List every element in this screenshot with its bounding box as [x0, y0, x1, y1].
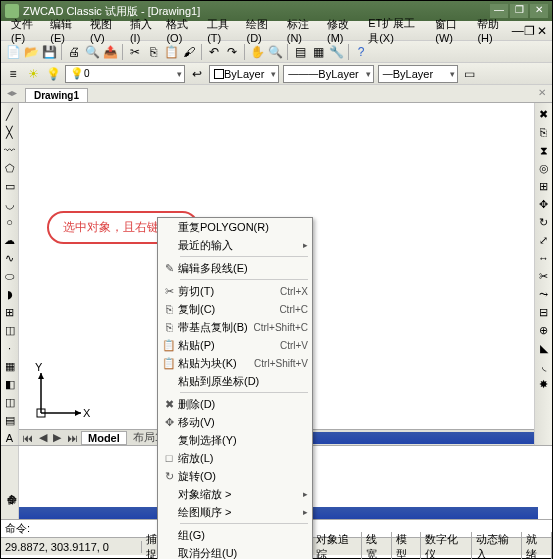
ctx-item-13[interactable]: ✥移动(V): [158, 413, 312, 431]
explode-icon[interactable]: ✸: [537, 377, 551, 391]
ctx-item-15[interactable]: □缩放(L): [158, 449, 312, 467]
dyn-toggle[interactable]: 动态输入: [472, 532, 522, 560]
tab-prev2-icon[interactable]: ◀: [36, 431, 50, 444]
ctx-item-12[interactable]: ✖删除(D): [158, 395, 312, 413]
rect-icon[interactable]: ▭: [3, 179, 17, 193]
spline-icon[interactable]: ∿: [3, 251, 17, 265]
publish-icon[interactable]: 📤: [102, 44, 118, 60]
cut-icon[interactable]: ✂: [127, 44, 143, 60]
revcloud-icon[interactable]: ☁: [3, 233, 17, 247]
ellipse-icon[interactable]: ⬭: [3, 269, 17, 283]
pline-icon[interactable]: 〰: [3, 143, 17, 157]
menu-window[interactable]: 窗口(W): [429, 15, 471, 46]
join-icon[interactable]: ⊕: [537, 323, 551, 337]
menu-draw[interactable]: 绘图(D): [240, 15, 280, 46]
array-icon[interactable]: ⊞: [537, 179, 551, 193]
copy-icon[interactable]: ⎘: [145, 44, 161, 60]
erase-icon[interactable]: ✖: [537, 107, 551, 121]
menu-dim[interactable]: 标注(N): [281, 15, 321, 46]
insert-icon[interactable]: ⊞: [3, 305, 17, 319]
bulb-icon[interactable]: 💡: [45, 66, 61, 82]
fillet-icon[interactable]: ◟: [537, 359, 551, 373]
break-icon[interactable]: ⊟: [537, 305, 551, 319]
preview-icon[interactable]: 🔍: [84, 44, 100, 60]
layerprev-icon[interactable]: ↩: [189, 66, 205, 82]
ctx-item-21[interactable]: 取消分组(U): [158, 544, 312, 559]
props-icon[interactable]: ▤: [292, 44, 308, 60]
maximize-button[interactable]: ❐: [510, 4, 528, 18]
point-icon[interactable]: ·: [3, 341, 17, 355]
tool-icon[interactable]: 🔧: [328, 44, 344, 60]
offset-icon[interactable]: ◎: [537, 161, 551, 175]
ellipsearc-icon[interactable]: ◗: [3, 287, 17, 301]
menu-et[interactable]: ET扩展工具(X): [362, 14, 429, 48]
ctx-item-7[interactable]: ⎘带基点复制(B)Ctrl+Shift+C: [158, 318, 312, 336]
menu-file[interactable]: 文件(F): [5, 15, 44, 46]
freeze-icon[interactable]: ☀: [25, 66, 41, 82]
model-tab[interactable]: Model: [81, 431, 127, 445]
move-icon[interactable]: ✥: [537, 197, 551, 211]
menu-format[interactable]: 格式(O): [160, 15, 201, 46]
menu-help[interactable]: 帮助(H): [471, 15, 511, 46]
table-icon[interactable]: ▤: [3, 413, 17, 427]
ctx-item-17[interactable]: 对象缩放 >▸: [158, 485, 312, 503]
paste-icon[interactable]: 📋: [163, 44, 179, 60]
menu-view[interactable]: 视图(V): [84, 15, 124, 46]
ctx-item-3[interactable]: ✎编辑多段线(E): [158, 259, 312, 277]
child-min-icon[interactable]: —: [512, 23, 524, 39]
block-icon[interactable]: ◫: [3, 323, 17, 337]
ctx-item-5[interactable]: ✂剪切(T)Ctrl+X: [158, 282, 312, 300]
scale-icon[interactable]: ⤢: [537, 233, 551, 247]
tablet-toggle[interactable]: 数字化仪: [421, 532, 471, 560]
ctx-item-14[interactable]: 复制选择(Y): [158, 431, 312, 449]
polygon-icon[interactable]: ⬠: [3, 161, 17, 175]
tab-prev-icon[interactable]: ◂▸: [7, 87, 17, 98]
ctx-item-16[interactable]: ↻旋转(O): [158, 467, 312, 485]
gradient-icon[interactable]: ◧: [3, 377, 17, 391]
help-icon[interactable]: ?: [353, 44, 369, 60]
menu-tools[interactable]: 工具(T): [201, 15, 240, 46]
ctx-item-0[interactable]: 重复POLYGON(R): [158, 218, 312, 236]
child-restore-icon[interactable]: ❐: [524, 23, 536, 39]
tab-next-icon[interactable]: ▶: [50, 431, 64, 444]
ctx-item-1[interactable]: 最近的输入▸: [158, 236, 312, 254]
tab-close-icon[interactable]: ✕: [538, 87, 546, 98]
tab-first-icon[interactable]: ⏮: [19, 432, 36, 444]
lineweight-combo[interactable]: — ByLayer: [378, 65, 458, 83]
stretch-icon[interactable]: ↔: [537, 251, 551, 265]
layer-icon[interactable]: ≡: [5, 66, 21, 82]
trim-icon[interactable]: ✂: [537, 269, 551, 283]
line-icon[interactable]: ╱: [3, 107, 17, 121]
color-combo[interactable]: ByLayer: [209, 65, 279, 83]
circle-icon[interactable]: ○: [3, 215, 17, 229]
close-button[interactable]: ✕: [530, 4, 548, 18]
ctx-item-6[interactable]: ⎘复制(C)Ctrl+C: [158, 300, 312, 318]
extend-icon[interactable]: ⤳: [537, 287, 551, 301]
new-icon[interactable]: 📄: [5, 44, 21, 60]
hatch-icon[interactable]: ▦: [3, 359, 17, 373]
tab-last-icon[interactable]: ⏭: [64, 432, 81, 444]
linetype-combo[interactable]: ——— ByLayer: [283, 65, 373, 83]
ctx-item-10[interactable]: 粘贴到原坐标(D): [158, 372, 312, 390]
otrack-toggle[interactable]: 对象追踪: [312, 532, 362, 560]
menu-edit[interactable]: 编辑(E): [44, 15, 84, 46]
zoom-icon[interactable]: 🔍: [267, 44, 283, 60]
redo-icon[interactable]: ↷: [224, 44, 240, 60]
copy2-icon[interactable]: ⎘: [537, 125, 551, 139]
pan-icon[interactable]: ✋: [249, 44, 265, 60]
model-toggle[interactable]: 模型: [392, 532, 422, 560]
lwt-toggle[interactable]: 线宽: [362, 532, 392, 560]
save-icon[interactable]: 💾: [41, 44, 57, 60]
region-icon[interactable]: ◫: [3, 395, 17, 409]
layer-combo[interactable]: 💡 0: [65, 65, 185, 83]
doc-tab[interactable]: Drawing1: [25, 88, 88, 102]
open-icon[interactable]: 📂: [23, 44, 39, 60]
mirror-icon[interactable]: ⧗: [537, 143, 551, 157]
chamfer-icon[interactable]: ◣: [537, 341, 551, 355]
ctx-item-20[interactable]: 组(G): [158, 526, 312, 544]
xline-icon[interactable]: ╳: [3, 125, 17, 139]
ctx-item-9[interactable]: 📋粘贴为块(K)Ctrl+Shift+V: [158, 354, 312, 372]
ctx-item-8[interactable]: 📋粘贴(P)Ctrl+V: [158, 336, 312, 354]
child-close-icon[interactable]: ✕: [536, 23, 548, 39]
arc-icon[interactable]: ◡: [3, 197, 17, 211]
